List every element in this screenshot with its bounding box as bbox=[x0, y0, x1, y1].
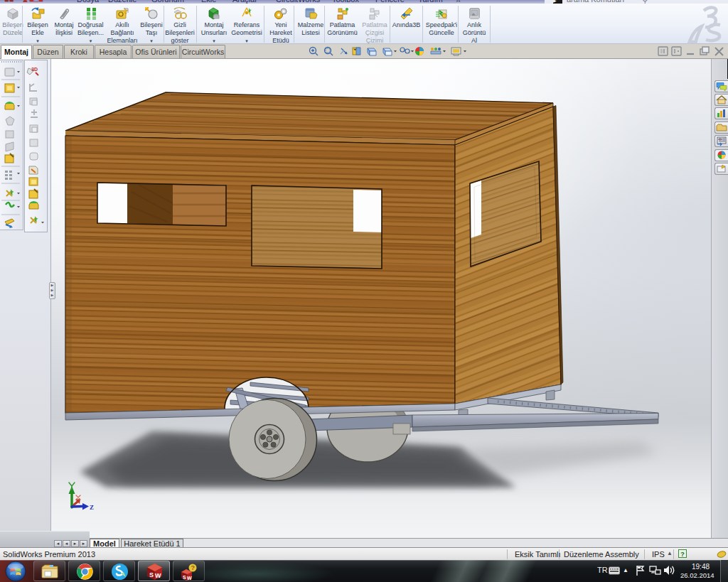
svg-text:?: ? bbox=[191, 564, 196, 571]
svg-text:S: S bbox=[149, 571, 154, 578]
svg-text:W: W bbox=[187, 576, 192, 581]
svg-text:3D: 3D bbox=[31, 67, 38, 72]
svg-text:S: S bbox=[183, 575, 186, 580]
svg-text:Z: Z bbox=[90, 504, 94, 511]
svg-text:W: W bbox=[155, 572, 161, 579]
